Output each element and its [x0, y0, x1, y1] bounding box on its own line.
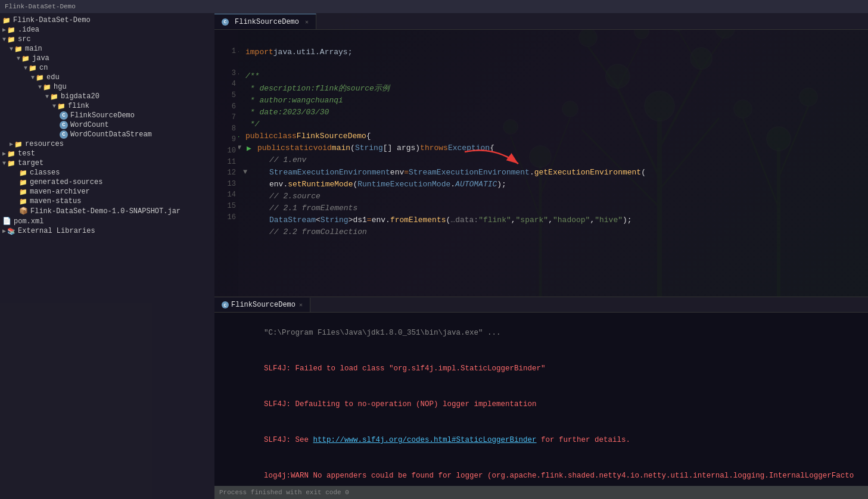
sidebar-item-root[interactable]: 📁 Flink-DataSet-Demo: [0, 15, 214, 25]
sidebar-item-edu[interactable]: ▼ 📁 edu: [0, 73, 214, 82]
tab-flink-source-demo[interactable]: C FlinkSourceDemo ✕: [214, 14, 316, 29]
editor-area: C FlinkSourceDemo ✕ 1 3 4 5 6 7 8 9: [214, 13, 868, 297]
sidebar-label: src: [18, 35, 31, 43]
sidebar-label: java: [32, 54, 49, 63]
code-text: ,: [590, 214, 595, 226]
sidebar-item-wordcount-datastream[interactable]: C WordCountDataStream: [0, 130, 214, 139]
fold-icon: ▼: [243, 167, 247, 178]
editor-tabs: C FlinkSourceDemo ✕: [214, 13, 868, 30]
string-literal: "spark": [516, 214, 549, 226]
line-numbers: 1 3 4 5 6 7 8 9 10 11 12 13 14 15 16: [214, 30, 238, 297]
arrow-icon: ▶: [2, 150, 6, 157]
code-text: (: [350, 142, 355, 154]
run-arrow-icon[interactable]: ▶: [247, 143, 251, 155]
type-text: StreamExecutionEnvironment: [409, 167, 530, 179]
javadoc-text: * description:flink的source示例: [245, 83, 390, 95]
operator: =: [404, 167, 409, 179]
folder-icon: 📁: [43, 83, 51, 91]
fold-icon: ▼: [238, 70, 239, 82]
line-num: 11: [217, 157, 236, 168]
console-line-cmd: "C:\Program Files\Java\jdk1.8.0_351\bin\…: [219, 315, 863, 351]
arrow-icon: ▼: [38, 84, 42, 91]
keyword: static: [285, 142, 313, 154]
ellipsis: …data:: [450, 214, 478, 226]
sidebar-label: External Libraries: [18, 227, 95, 235]
code-text: java.util.Arrays;: [273, 46, 353, 58]
line-num: [217, 35, 236, 46]
console-line-slf4j-3: SLF4J: See http://www.slf4j.org/codes.ht…: [219, 422, 863, 458]
sidebar-item-src[interactable]: ▼ 📁 src: [0, 35, 214, 44]
sidebar-item-flink-folder[interactable]: ▼ 📁 flink: [0, 101, 214, 111]
sidebar-item-test[interactable]: ▶ 📁 test: [0, 149, 214, 158]
sidebar-item-external-libs[interactable]: ▶ 📚 External Libraries: [0, 226, 214, 236]
sidebar-item-pom[interactable]: 📄 pom.xml: [0, 216, 214, 226]
arrow-icon: ▼: [45, 93, 49, 100]
tab-class-icon: C: [222, 18, 229, 26]
line-num: 8: [217, 123, 236, 135]
code-text: );: [497, 179, 506, 191]
sidebar-item-wordcount[interactable]: C WordCount: [0, 120, 214, 130]
arrow-icon: ▼: [52, 103, 56, 110]
method-call: getExecutionEnvironment: [534, 167, 641, 179]
sidebar-item-cn[interactable]: ▼ 📁 cn: [0, 63, 214, 73]
var-name: ds1: [353, 214, 366, 226]
sidebar-item-jar[interactable]: 📦 Flink-DataSet-Demo-1.0-SNAPSHOT.jar: [0, 206, 214, 216]
sidebar-item-classes[interactable]: 📁 classes: [0, 168, 214, 177]
sidebar-item-maven-archiver[interactable]: 📁 maven-archiver: [0, 187, 214, 197]
sidebar-item-java[interactable]: ▼ 📁 java: [0, 54, 214, 63]
sidebar-item-flink-source-demo[interactable]: C FlinkSourceDemo: [0, 111, 214, 120]
arrow-icon: ▶: [2, 26, 6, 33]
line-num: 9: [217, 134, 236, 145]
javadoc-text: */: [245, 118, 259, 130]
folder-icon: 📁: [19, 198, 27, 205]
sidebar-item-generated-sources[interactable]: 📁 generated-sources: [0, 177, 214, 187]
sidebar-label: .idea: [18, 26, 39, 34]
line-num: 1: [217, 46, 236, 57]
sidebar-item-bigdata20[interactable]: ▼ 📁 bigdata20: [0, 92, 214, 101]
folder-icon: 📁: [29, 64, 37, 72]
brace: {: [490, 142, 494, 154]
sidebar-label: bigdata20: [61, 92, 99, 101]
console-tab-icon: C: [222, 301, 229, 308]
run-arrow-icon[interactable]: ▶: [238, 131, 239, 143]
class-name: FlinkSourceDemo: [297, 130, 366, 142]
type-text: String: [355, 142, 383, 154]
folder-icon: 📁: [50, 93, 58, 101]
console-tab-run[interactable]: C FlinkSourceDemo ✕: [214, 298, 310, 312]
code-text: );: [623, 214, 632, 226]
sidebar-item-resources[interactable]: ▶ 📁 resources: [0, 139, 214, 149]
folder-icon: 📁: [7, 160, 15, 167]
sidebar-item-main[interactable]: ▼ 📁 main: [0, 44, 214, 54]
console-area: C FlinkSourceDemo ✕ "C:\Program Files\Ja…: [214, 297, 868, 499]
sidebar-item-target[interactable]: ▼ 📁 target: [0, 158, 214, 168]
javadoc-text: /**: [245, 70, 259, 82]
sidebar-item-hgu[interactable]: ▼ 📁 hgu: [0, 82, 214, 92]
folder-icon: 📁: [21, 55, 30, 63]
line-num: 4: [217, 79, 236, 90]
console-output: "C:\Program Files\Java\jdk1.8.0_351\bin\…: [214, 313, 868, 486]
sidebar-item-idea[interactable]: ▶ 📁 .idea: [0, 25, 214, 35]
sidebar-label: pom.xml: [14, 217, 43, 226]
folder-icon: 📁: [57, 102, 66, 110]
sidebar-label: hgu: [54, 83, 67, 91]
code-text: .: [450, 179, 455, 191]
console-tab-close-icon[interactable]: ✕: [299, 301, 303, 308]
sidebar-label: FlinkSourceDemo: [70, 111, 135, 120]
line-num: [217, 57, 236, 68]
comment-text: // 2.1 fromElements: [269, 202, 357, 214]
keyword: import: [245, 46, 273, 58]
code-line-import: ▶ import java.util.Arrays;: [245, 46, 863, 58]
brace: {: [366, 130, 371, 142]
line-num: 14: [217, 189, 236, 201]
slf4j-link[interactable]: http://www.slf4j.org/codes.html#StaticLo…: [313, 436, 537, 444]
sidebar-label: test: [18, 149, 35, 158]
line-num: 3: [217, 68, 236, 79]
sidebar-item-maven-status[interactable]: 📁 maven-status: [0, 197, 214, 206]
folder-icon: 📁: [14, 141, 23, 148]
code-editor[interactable]: ▶ import java.util.Arrays; ▼ /** * descr…: [238, 30, 868, 297]
line-num: 10: [217, 145, 236, 157]
tab-close-icon[interactable]: ✕: [305, 18, 309, 26]
code-text: (: [641, 167, 646, 179]
code-text: .: [530, 167, 534, 179]
string-literal: "hive": [595, 214, 623, 226]
